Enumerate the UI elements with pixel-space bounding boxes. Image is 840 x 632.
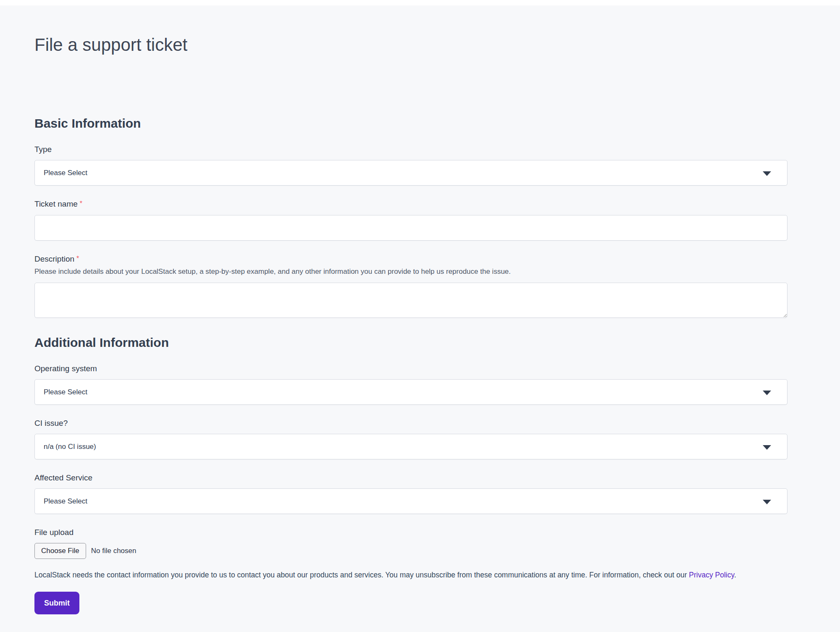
ci-issue-select-value: n/a (no CI issue)	[44, 443, 96, 451]
type-select-value: Please Select	[44, 169, 87, 177]
caret-down-icon	[763, 391, 771, 395]
top-white-strip	[0, 0, 840, 5]
required-asterisk: *	[76, 255, 79, 262]
operating-system-select[interactable]: Please Select	[34, 379, 788, 405]
description-textarea[interactable]	[34, 283, 788, 318]
description-label-text: Description	[34, 254, 74, 263]
caret-down-icon	[763, 500, 771, 504]
file-upload-status: No file chosen	[91, 547, 136, 555]
affected-service-select[interactable]: Please Select	[34, 488, 788, 514]
privacy-notice-text: LocalStack needs the contact information…	[34, 571, 689, 579]
file-upload-label: File upload	[34, 527, 788, 538]
submit-button[interactable]: Submit	[34, 592, 79, 614]
caret-down-icon	[763, 445, 771, 450]
type-select[interactable]: Please Select	[34, 160, 788, 186]
page-title: File a support ticket	[34, 34, 788, 55]
file-upload-label-text: File upload	[34, 528, 74, 537]
description-label: Description*	[34, 253, 788, 265]
affected-service-label-text: Affected Service	[34, 473, 92, 482]
type-label: Type	[34, 144, 788, 155]
ticket-name-input[interactable]	[34, 215, 788, 241]
required-asterisk: *	[80, 200, 82, 207]
section-heading-basic-information: Basic Information	[34, 115, 788, 131]
affected-service-select-value: Please Select	[44, 497, 87, 506]
ci-issue-label: CI issue?	[34, 417, 788, 429]
operating-system-label: Operating system	[34, 363, 788, 374]
ci-issue-select[interactable]: n/a (no CI issue)	[34, 434, 788, 459]
type-label-text: Type	[34, 145, 52, 154]
ticket-name-label: Ticket name*	[34, 198, 788, 210]
file-upload-control: Choose File No file chosen	[34, 543, 788, 559]
privacy-notice-period: .	[734, 571, 736, 579]
caret-down-icon	[763, 171, 771, 176]
affected-service-label: Affected Service	[34, 472, 788, 483]
privacy-policy-link[interactable]: Privacy Policy	[689, 571, 734, 579]
choose-file-button[interactable]: Choose File	[34, 543, 86, 559]
operating-system-select-value: Please Select	[44, 388, 87, 396]
privacy-notice: LocalStack needs the contact information…	[34, 570, 788, 580]
operating-system-label-text: Operating system	[34, 364, 97, 373]
description-helper-text: Please include details about your LocalS…	[34, 267, 788, 277]
ticket-name-label-text: Ticket name	[34, 199, 78, 208]
ci-issue-label-text: CI issue?	[34, 419, 68, 427]
section-heading-additional-information: Additional Information	[34, 335, 788, 350]
support-ticket-form: File a support ticket Basic Information …	[0, 0, 788, 614]
